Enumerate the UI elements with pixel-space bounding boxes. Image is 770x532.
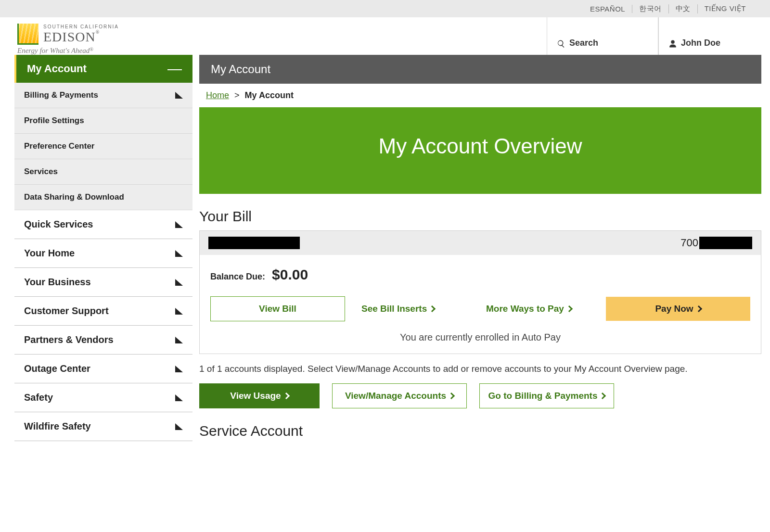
user-name: John Doe (681, 38, 720, 48)
breadcrumb-sep: > (231, 90, 243, 100)
page-title-bar: My Account (199, 55, 761, 84)
expand-icon (175, 92, 183, 99)
logo-mark-icon (17, 24, 38, 45)
search-box[interactable]: Search (547, 17, 658, 55)
hero-banner: My Account Overview (199, 107, 761, 194)
sidebar-item-label: Customer Support (24, 305, 109, 317)
sidebar-item-label: Outage Center (24, 363, 90, 374)
chevron-right-icon (429, 305, 436, 312)
sidebar-sub-profile-settings[interactable]: Profile Settings (14, 108, 192, 134)
chevron-right-icon (599, 393, 606, 399)
lang-korean[interactable]: 한국어 (632, 4, 669, 13)
sidebar-item-label: Your Home (24, 248, 75, 259)
view-usage-button[interactable]: View Usage (199, 383, 320, 408)
balance-amount: $0.00 (272, 266, 308, 283)
pay-now-button[interactable]: Pay Now (606, 297, 750, 321)
sidebar-item-safety[interactable]: Safety (14, 383, 192, 412)
chevron-right-icon (695, 305, 702, 312)
search-label: Search (569, 38, 598, 48)
sidebar-item-partners-vendors[interactable]: Partners & Vendors (14, 326, 192, 355)
sidebar-item-label: Partners & Vendors (24, 334, 114, 345)
expand-icon (175, 308, 183, 315)
expand-icon (175, 394, 183, 401)
sidebar-item-label: Billing & Payments (24, 90, 98, 100)
see-bill-inserts-link[interactable]: See Bill Inserts (357, 297, 470, 321)
language-bar: ESPAÑOL 한국어 中文 TIẾNG VIỆT (0, 0, 770, 17)
expand-icon (175, 221, 183, 228)
sidebar-item-quick-services[interactable]: Quick Services (14, 210, 192, 239)
redacted-name (208, 237, 300, 249)
sidebar-sub-billing-payments[interactable]: Billing & Payments (14, 83, 192, 108)
user-icon (668, 39, 677, 48)
logo[interactable]: SOUTHERN CALIFORNIA EDISON® Energy for W… (17, 21, 119, 55)
logo-small-text: SOUTHERN CALIFORNIA (43, 24, 119, 29)
sidebar-item-label: Data Sharing & Download (24, 192, 124, 202)
goto-billing-button[interactable]: Go to Billing & Payments (479, 383, 614, 408)
sidebar-item-your-business[interactable]: Your Business (14, 268, 192, 297)
sidebar-sub-services[interactable]: Services (14, 159, 192, 185)
sidebar-item-label: Profile Settings (24, 116, 84, 126)
sidebar-nav: My Account — Billing & PaymentsProfile S… (14, 55, 192, 445)
breadcrumb-home[interactable]: Home (206, 90, 229, 100)
sidebar-item-your-home[interactable]: Your Home (14, 239, 192, 268)
autopay-notice: You are currently enrolled in Auto Pay (210, 332, 750, 343)
sidebar-item-my-account[interactable]: My Account — (14, 55, 192, 83)
sidebar-item-label: Your Business (24, 277, 91, 288)
breadcrumb: Home > My Account (192, 84, 761, 107)
site-header: SOUTHERN CALIFORNIA EDISON® Energy for W… (0, 17, 770, 55)
balance-label: Balance Due: (210, 272, 265, 282)
sidebar-item-label: Safety (24, 392, 53, 403)
logo-big-text: EDISON® (43, 29, 119, 45)
expand-icon (175, 366, 183, 372)
service-account-heading: Service Account (192, 408, 761, 445)
more-ways-to-pay-link[interactable]: More Ways to Pay (481, 297, 594, 321)
sidebar-sub-data-sharing-download[interactable]: Data Sharing & Download (14, 185, 192, 210)
sidebar-item-label: Preference Center (24, 141, 94, 151)
logo-tagline: Energy for What's Ahead® (17, 47, 119, 55)
redacted-acct (699, 237, 752, 249)
breadcrumb-current: My Account (245, 90, 294, 100)
search-icon (557, 39, 565, 48)
lang-espanol[interactable]: ESPAÑOL (583, 5, 632, 13)
sidebar-item-label: Wildfire Safety (24, 421, 91, 432)
expand-icon (175, 279, 183, 286)
lang-vietnamese[interactable]: TIẾNG VIỆT (698, 4, 753, 13)
chevron-right-icon (566, 305, 573, 312)
accounts-info: 1 of 1 accounts displayed. Select View/M… (192, 354, 761, 380)
user-box[interactable]: John Doe (658, 17, 770, 55)
chevron-right-icon (283, 393, 290, 399)
sidebar-item-wildfire-safety[interactable]: Wildfire Safety (14, 412, 192, 441)
sidebar-item-outage-center[interactable]: Outage Center (14, 355, 192, 383)
lang-chinese[interactable]: 中文 (669, 4, 698, 13)
sidebar-item-label: Quick Services (24, 219, 93, 230)
sidebar-item-customer-support[interactable]: Customer Support (14, 297, 192, 326)
bill-card-header: 700 (200, 231, 761, 255)
expand-icon (175, 250, 183, 257)
expand-icon (175, 423, 183, 430)
main-content: My Account Home > My Account My Account … (192, 55, 770, 445)
view-manage-accounts-button[interactable]: View/Manage Accounts (332, 383, 467, 408)
expand-icon (175, 337, 183, 343)
bill-card: 700 Balance Due: $0.00 View Bill See Bil… (199, 230, 761, 354)
chevron-right-icon (448, 393, 455, 399)
sidebar-item-label: Services (24, 167, 58, 177)
sidebar-item-label: My Account (27, 63, 87, 75)
sidebar-sub-preference-center[interactable]: Preference Center (14, 134, 192, 159)
your-bill-heading: Your Bill (192, 194, 761, 230)
account-number: 700 (680, 237, 752, 249)
balance-row: Balance Due: $0.00 (210, 266, 750, 283)
view-bill-button[interactable]: View Bill (210, 296, 345, 321)
